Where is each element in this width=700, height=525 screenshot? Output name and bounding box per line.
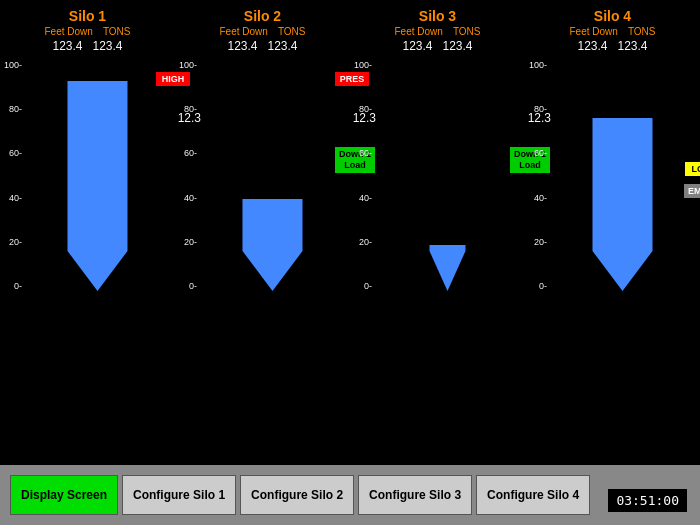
silo-3-gauge: 100- 80- 60- 40- 20- 0- Down 1Load 12.3 xyxy=(354,57,521,317)
silo-2-graphic: PRES Down 1Load 12.3 xyxy=(199,61,346,291)
tab-configure-silo-3[interactable]: Configure Silo 3 xyxy=(358,475,472,515)
silo-1-column: Silo 1 Feet Down TONS 123.4 123.4 100- 8… xyxy=(0,0,175,390)
silo-3-graphic: Down 1Load 12.3 xyxy=(374,61,521,291)
silo-4-title: Silo 4 xyxy=(594,8,631,24)
svg-marker-2 xyxy=(430,245,466,291)
clock-display: 03:51:00 xyxy=(607,488,688,513)
silo-2-title: Silo 2 xyxy=(244,8,281,24)
silo-1-title: Silo 1 xyxy=(69,8,106,24)
silo-3-scale: 100- 80- 60- 40- 20- 0- xyxy=(354,61,374,291)
silo-3-column: Silo 3 Feet Down TONS 123.4 123.4 100- 8… xyxy=(350,0,525,390)
silo-4-column: Silo 4 Feet Down TONS 123.4 123.4 100- 8… xyxy=(525,0,700,390)
tab-configure-silo-4[interactable]: Configure Silo 4 xyxy=(476,475,590,515)
silo-4-headers: Feet Down TONS xyxy=(570,26,656,37)
silo-4-gauge: 100- 80- 60- 40- 20- 0- LOW EMPTY 12.3 xyxy=(529,57,696,317)
silo-2-column: Silo 2 Feet Down TONS 123.4 123.4 100- 8… xyxy=(175,0,350,390)
silo-2-scale: 100- 80- 60- 40- 20- 0- xyxy=(179,61,199,291)
silo-1-scale: 100- 80- 60- 40- 20- 0- xyxy=(4,61,24,291)
silo-2-gauge: 100- 80- 60- 40- 20- 0- PRES Down 1Load … xyxy=(179,57,346,317)
tab-configure-silo-1[interactable]: Configure Silo 1 xyxy=(122,475,236,515)
silo-3-values: 123.4 123.4 xyxy=(402,39,472,53)
svg-marker-0 xyxy=(68,81,128,291)
tab-display-screen[interactable]: Display Screen xyxy=(10,475,118,515)
svg-marker-1 xyxy=(243,199,303,291)
silo-3-headers: Feet Down TONS xyxy=(395,26,481,37)
silo-4-values: 123.4 123.4 xyxy=(577,39,647,53)
silo-2-values: 123.4 123.4 xyxy=(227,39,297,53)
tab-bar: Display Screen Configure Silo 1 Configur… xyxy=(0,465,700,525)
main-display: Silo 1 Feet Down TONS 123.4 123.4 100- 8… xyxy=(0,0,700,390)
silo-2-headers: Feet Down TONS xyxy=(220,26,306,37)
silo-1-headers: Feet Down TONS xyxy=(45,26,131,37)
silo-1-gauge: 100- 80- 60- 40- 20- 0- HIGH 12.3 xyxy=(4,57,171,317)
silo-4-scale: 100- 80- 60- 40- 20- 0- xyxy=(529,61,549,291)
silo-1-values: 123.4 123.4 xyxy=(52,39,122,53)
svg-marker-3 xyxy=(593,118,653,291)
silo-1-graphic: HIGH 12.3 xyxy=(24,61,171,291)
silo-4-badge-empty: EMPTY xyxy=(683,183,700,199)
silo-4-graphic: LOW EMPTY 12.3 xyxy=(549,61,696,291)
silo-4-badge-low: LOW xyxy=(684,161,700,177)
silo-3-title: Silo 3 xyxy=(419,8,456,24)
tab-configure-silo-2[interactable]: Configure Silo 2 xyxy=(240,475,354,515)
